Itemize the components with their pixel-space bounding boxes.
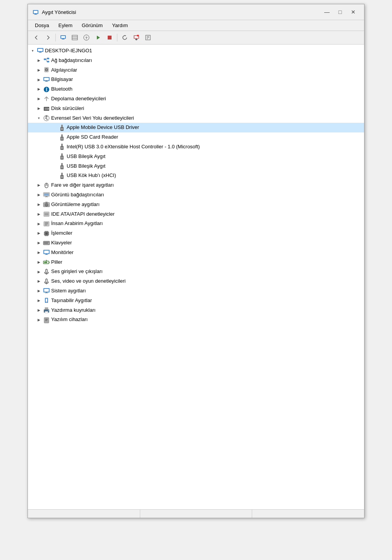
menu-eylem[interactable]: Eylem — [55, 21, 76, 30]
tree-item-yaz[interactable]: ▶ Yazdırma kuyrukları — [28, 306, 364, 315]
stop-button[interactable] — [104, 33, 115, 43]
svg-rect-57 — [61, 134, 63, 137]
tas-expand[interactable]: ▶ — [36, 297, 42, 304]
remove-button[interactable] — [131, 33, 142, 43]
ins-expand[interactable]: ▶ — [36, 221, 42, 227]
minimize-button[interactable]: — — [321, 7, 333, 17]
usb4-label: USB Bileşik Aygıt — [67, 153, 105, 161]
tree-item-sis[interactable]: ▶ Sistem aygıtları — [28, 286, 364, 296]
tree-item-ins[interactable]: ▶ İnsan Arabirim Aygıtları — [28, 219, 364, 228]
sev-expand[interactable]: ▶ — [36, 278, 42, 285]
kla-expand[interactable]: ▶ — [36, 240, 42, 246]
fare-expand[interactable]: ▶ — [36, 182, 42, 189]
menu-gorunum[interactable]: Görünüm — [78, 21, 107, 30]
audio-video-icon — [43, 278, 50, 285]
usb-device-icon-1 — [58, 124, 65, 131]
tree-item-ses[interactable]: ▶ Ses girişleri ve çıkışları — [28, 267, 364, 277]
tree-item-fare[interactable]: ▶ Fare ve diğer işaret aygıtları — [28, 180, 364, 190]
computer-button[interactable] — [58, 33, 69, 43]
tree-item-ide[interactable]: ▶ IDE ATA/ATAPI denetleyicler — [28, 210, 364, 219]
svg-point-37 — [46, 69, 47, 70]
status-pane-1 — [28, 510, 140, 518]
ses-expand[interactable]: ▶ — [36, 269, 42, 275]
tree-item-isl[interactable]: ▶ İşlemc — [28, 228, 364, 238]
list-button[interactable] — [69, 33, 80, 43]
menu-yardim[interactable]: Yardım — [108, 21, 132, 30]
tree-root[interactable]: ▾ DESKTOP-IEJNGO1 — [28, 46, 364, 56]
svg-rect-113 — [45, 243, 47, 244]
back-button[interactable] — [31, 33, 42, 43]
mon-expand[interactable]: ▶ — [36, 249, 42, 256]
gor-expand[interactable]: ▶ — [36, 192, 42, 198]
play-button[interactable] — [93, 33, 103, 43]
maximize-button[interactable]: □ — [334, 7, 346, 17]
help-button[interactable]: ? — [81, 33, 92, 43]
bt-expand[interactable]: ▶ — [36, 86, 42, 93]
root-expand[interactable]: ▾ — [29, 48, 36, 54]
menu-dosya[interactable]: Dosya — [31, 21, 53, 30]
forward-button[interactable] — [43, 33, 53, 43]
tree-item-tas[interactable]: ▶ Taşınabilir Aygıtlar — [28, 296, 364, 306]
tree-item-usb[interactable]: ▾ Evrensel Seri Veri Yolu denetleyiciler… — [28, 113, 364, 123]
tree-item-usb3[interactable]: Intel(R) USB 3.0 eXtensible Host Control… — [28, 142, 364, 152]
tree-item-sev[interactable]: ▶ Ses, video ve oyun denetleyicileri — [28, 277, 364, 286]
tree-item-alg[interactable]: ▶ Algılayıcılar — [28, 65, 364, 75]
window-icon — [33, 9, 39, 15]
svg-rect-134 — [45, 307, 48, 309]
ide-expand[interactable]: ▶ — [36, 211, 42, 217]
display-adapter-icon — [43, 191, 50, 198]
usb-device-icon-5 — [58, 163, 65, 170]
close-button[interactable]: ✕ — [347, 7, 359, 17]
pil-expand[interactable]: ▶ — [36, 259, 42, 265]
pc-icon — [43, 76, 50, 83]
svg-rect-40 — [46, 81, 47, 81]
tree-item-pil[interactable]: ▶ Piller — [28, 258, 364, 267]
svg-rect-109 — [45, 242, 46, 243]
refresh-button[interactable] — [119, 33, 130, 43]
tree-item-disk[interactable]: ▶ Disk sürücüleri — [28, 104, 364, 113]
svg-rect-2 — [35, 14, 36, 14]
tree-item-bt[interactable]: ▶ ᛒ Bluetooth — [28, 84, 364, 94]
yazs-expand[interactable]: ▶ — [36, 317, 42, 323]
status-bar — [28, 509, 364, 518]
title-bar-left: Aygıt Yöneticisi — [33, 9, 76, 15]
tree-item-usb6[interactable]: USB Kök Hub'ı (xHCI) — [28, 171, 364, 180]
tree-item-ag[interactable]: ▶ Ağ bağdaştırıcıları — [28, 56, 364, 65]
tree-item-kla[interactable]: ▶ Klavyeler — [28, 238, 364, 248]
properties-button[interactable] — [143, 33, 153, 43]
tree-item-yazs[interactable]: ▶ Yazılım cihazları — [28, 315, 364, 325]
sis-expand[interactable]: ▶ — [36, 288, 42, 294]
usb-label: Evrensel Seri Veri Yolu denetleyicileri — [51, 114, 134, 122]
gor-label: Görüntü bağdaştırıcıları — [51, 191, 104, 199]
device-tree[interactable]: ▾ DESKTOP-IEJNGO1 ▶ — [28, 45, 364, 509]
pil-label: Piller — [51, 258, 62, 266]
tree-item-usb5[interactable]: USB Bileşik Aygıt — [28, 161, 364, 171]
usb-expand[interactable]: ▾ — [36, 115, 42, 121]
tree-item-dep[interactable]: ▶ Depolama denetleyicileri — [28, 94, 364, 104]
tree-item-gorc[interactable]: ▶ Görüntüleme aygıtları — [28, 200, 364, 210]
tree-item-gor[interactable]: ▶ Görüntü bağdaştırıcıları — [28, 190, 364, 200]
tree-item-mon[interactable]: ▶ Monitörler — [28, 248, 364, 258]
tree-item-usb1[interactable]: Apple Mobile Device USB Driver — [28, 123, 364, 132]
svg-point-52 — [45, 118, 46, 119]
svg-rect-84 — [48, 203, 49, 204]
alg-expand[interactable]: ▶ — [36, 67, 42, 73]
tree-item-bil[interactable]: ▶ Bilgisayar — [28, 75, 364, 84]
ag-expand[interactable]: ▶ — [36, 57, 42, 64]
svg-rect-59 — [61, 137, 63, 140]
cpu-icon — [43, 230, 50, 237]
disk-expand[interactable]: ▶ — [36, 105, 42, 112]
monitor-icon — [43, 249, 50, 256]
bil-expand[interactable]: ▶ — [36, 77, 42, 83]
dep-expand[interactable]: ▶ — [36, 96, 42, 102]
svg-rect-41 — [45, 81, 48, 82]
tree-item-usb4[interactable]: USB Bileşik Aygıt — [28, 152, 364, 161]
isl-expand[interactable]: ▶ — [36, 230, 42, 237]
gorc-expand[interactable]: ▶ — [36, 201, 42, 208]
toolbar: ? — [28, 31, 364, 45]
yaz-expand[interactable]: ▶ — [36, 307, 42, 313]
svg-rect-5 — [61, 36, 65, 38]
print-icon — [43, 307, 50, 314]
portable-icon — [43, 297, 50, 304]
tree-item-usb2[interactable]: Apple SD Card Reader — [28, 132, 364, 142]
